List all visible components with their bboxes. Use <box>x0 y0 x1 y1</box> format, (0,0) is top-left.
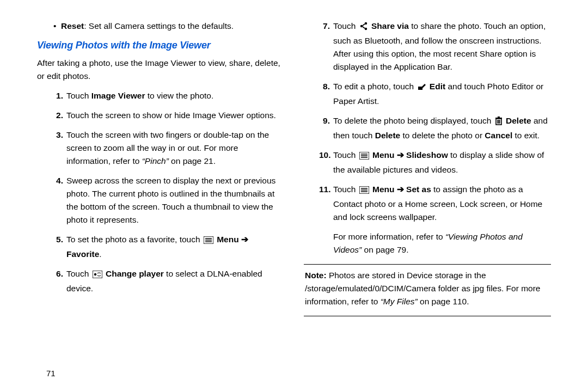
text: Touch <box>66 269 91 278</box>
text-italic: “Pinch” <box>142 156 169 166</box>
step-number: 5. <box>52 233 65 246</box>
step-6: 6. Touch Change player to select a DLNA-… <box>52 264 284 298</box>
text-bold: Delete <box>375 131 401 140</box>
text-bold: Menu <box>372 185 394 194</box>
text-bold: Menu <box>217 235 238 244</box>
text-bold: Delete <box>506 116 531 125</box>
text: To set the photo as a favorite, touch <box>66 235 203 244</box>
steps-right: 7. Touch Share via to share the photo. T… <box>319 16 551 227</box>
text: to delete the photo or <box>400 131 485 140</box>
bullet-text: Reset: Set all Camera settings to the de… <box>61 20 234 33</box>
edit-icon <box>418 82 426 95</box>
step-number: 7. <box>319 20 332 33</box>
change-player-icon <box>93 269 102 282</box>
step-number: 4. <box>52 174 65 187</box>
step-number: 1. <box>52 89 65 102</box>
svg-point-8 <box>364 28 366 30</box>
menu-icon <box>204 235 213 248</box>
reset-text: : Set all Camera settings to the default… <box>84 21 234 30</box>
text-italic: “My Files” <box>381 297 418 306</box>
step-9: 9. To delete the photo being displayed, … <box>319 111 551 145</box>
svg-rect-16 <box>495 118 502 119</box>
note-rule-top <box>304 264 551 265</box>
step-8: 8. To edit a photo, touch Edit and touch… <box>319 77 551 111</box>
text: Touch <box>333 150 358 160</box>
text: To delete the photo being displayed, tou… <box>333 116 494 125</box>
manual-page: • Reset: Set all Camera settings to the … <box>0 0 588 392</box>
svg-line-9 <box>363 24 365 26</box>
step-number: 8. <box>319 80 332 93</box>
menu-icon <box>359 185 369 198</box>
text: . <box>99 249 101 259</box>
step-10: 10. Touch Menu ➔ Slideshow to display a … <box>319 145 551 180</box>
section-heading: Viewing Photos with the Image Viewer <box>37 38 284 53</box>
text-bold: Menu <box>372 150 394 160</box>
left-column: • Reset: Set all Camera settings to the … <box>27 16 294 392</box>
step-4: 4. Sweep across the screen to display th… <box>52 171 284 230</box>
text-bold: Image Viewer <box>91 91 145 100</box>
step-number: 11. <box>319 183 332 196</box>
text-bold: Share via <box>371 21 409 30</box>
svg-point-6 <box>364 22 366 24</box>
text: For more information, refer to <box>333 232 445 241</box>
text: Touch <box>333 185 358 194</box>
svg-rect-4 <box>93 271 102 278</box>
step-1: 1. Touch Image Viewer to view the photo. <box>52 86 284 106</box>
svg-line-10 <box>363 27 365 28</box>
intro-text: After taking a photo, use the Image View… <box>37 57 284 83</box>
step-2: 2. Touch the screen to show or hide Imag… <box>52 106 284 125</box>
reset-label: Reset <box>61 21 84 30</box>
text-bold: Set as <box>406 185 431 194</box>
text: Sweep across the screen to display the n… <box>66 176 275 224</box>
step-number: 2. <box>52 109 65 122</box>
note-rule-bottom <box>304 316 551 316</box>
svg-point-5 <box>94 273 96 275</box>
text: Touch the screen to show or hide Image V… <box>66 111 276 120</box>
text: Touch <box>66 91 91 100</box>
arrow: ➔ <box>394 150 406 160</box>
step-number: 10. <box>319 149 332 162</box>
text-bold: Edit <box>430 82 445 91</box>
right-column: 7. Touch Share via to share the photo. T… <box>294 16 561 392</box>
steps-left: 1. Touch Image Viewer to view the photo.… <box>52 86 284 298</box>
text: on page 79. <box>362 245 408 254</box>
page-number: 71 <box>46 369 56 378</box>
note-label: Note: <box>305 271 327 280</box>
text-bold: Cancel <box>485 131 512 140</box>
text: To edit a photo, touch <box>333 82 416 91</box>
arrow: ➔ <box>239 235 248 244</box>
more-info: For more information, refer to “Viewing … <box>333 230 551 256</box>
step-number: 3. <box>52 128 65 142</box>
step-number: 9. <box>319 114 332 127</box>
note-block: Note: Photos are stored in Device storag… <box>304 269 551 308</box>
step-number: 6. <box>52 267 65 280</box>
text-bold: Slideshow <box>406 150 448 160</box>
note-text: on page 110. <box>418 297 469 306</box>
step-5: 5. To set the photo as a favorite, touch… <box>52 230 284 264</box>
step-7: 7. Touch Share via to share the photo. T… <box>319 16 551 77</box>
bullet-reset: • Reset: Set all Camera settings to the … <box>53 20 284 33</box>
text: on page 21. <box>169 156 216 166</box>
share-icon <box>359 21 368 34</box>
step-11: 11. Touch Menu ➔ Set as to assign the ph… <box>319 180 551 227</box>
step-3: 3. Touch the screen with two fingers or … <box>52 125 284 171</box>
bullet-dot: • <box>53 20 61 33</box>
text: Touch <box>333 21 358 30</box>
text-bold: Change player <box>106 269 164 278</box>
text: to view the photo. <box>145 91 213 100</box>
arrow: ➔ <box>394 185 406 194</box>
menu-icon <box>359 150 369 163</box>
svg-point-7 <box>360 25 362 27</box>
svg-rect-17 <box>498 117 500 118</box>
text: to exit. <box>512 131 540 140</box>
text-bold: Favorite <box>66 249 99 259</box>
delete-icon <box>495 116 503 129</box>
